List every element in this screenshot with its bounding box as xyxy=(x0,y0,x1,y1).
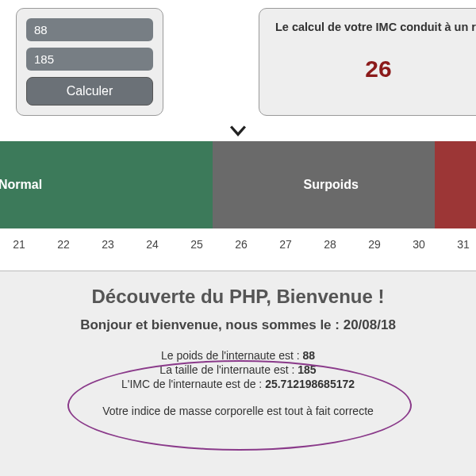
page-title: Découverte du PHP, Bienvenue ! xyxy=(8,286,468,308)
result-panel: Le calcul de votre IMC conduit à un résu… xyxy=(259,8,476,116)
scale-tick: 28 xyxy=(308,238,352,251)
band-normal: Normal xyxy=(0,141,213,228)
scale-tick: 22 xyxy=(41,238,86,251)
bmi-bands: Normal Surpoids xyxy=(0,141,476,228)
input-panel: Calculer xyxy=(16,8,163,116)
band-obese xyxy=(435,141,476,228)
weight-input[interactable] xyxy=(26,18,153,41)
bmi-scale: 212223242526272829303132 xyxy=(0,228,476,251)
scale-tick: 24 xyxy=(130,238,175,251)
calculate-button[interactable]: Calculer xyxy=(26,77,153,106)
height-line: La taille de l'internaute est : 185 xyxy=(8,363,468,376)
scale-tick: 30 xyxy=(397,238,441,251)
scale-tick: 23 xyxy=(86,238,130,251)
scale-tick: 27 xyxy=(263,238,308,251)
greeting: Bonjour et bienvenue, nous sommes le : 2… xyxy=(8,317,468,333)
scale-tick: 29 xyxy=(352,238,397,251)
result-title: Le calcul de votre IMC conduit à un résu… xyxy=(275,21,476,33)
scale-tick: 21 xyxy=(0,238,41,251)
scale-tick: 31 xyxy=(441,238,476,251)
chevron-down-icon xyxy=(0,124,476,138)
scale-tick: 26 xyxy=(219,238,263,251)
output-section: Découverte du PHP, Bienvenue ! Bonjour e… xyxy=(0,271,476,476)
bmi-message: Votre indice de masse corporelle est tou… xyxy=(8,405,468,417)
result-value: 26 xyxy=(275,56,476,83)
band-overweight: Surpoids xyxy=(213,141,434,228)
scale-tick: 25 xyxy=(175,238,219,251)
bmi-line: L'IMC de l'internaute est de : 25.712198… xyxy=(8,378,468,390)
weight-line: Le poids de l'internaute est : 88 xyxy=(8,349,468,362)
height-input[interactable] xyxy=(26,48,153,71)
